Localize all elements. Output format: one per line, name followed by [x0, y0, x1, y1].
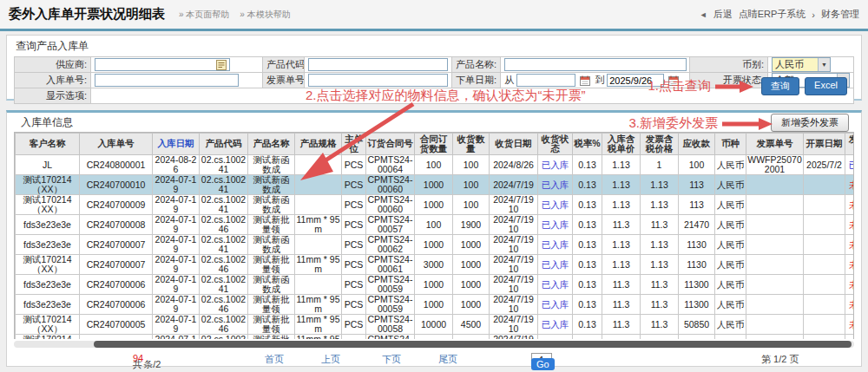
next-page-link[interactable]: 下页 — [382, 353, 401, 366]
column-header-0[interactable]: 客户名称 — [16, 134, 80, 155]
cell: 11.3 — [602, 275, 641, 295]
product-name-input[interactable] — [504, 58, 687, 71]
cell: 1 — [641, 155, 679, 175]
column-header-10[interactable]: 收货日期 — [490, 134, 538, 155]
column-header-18[interactable]: 开票日期 — [804, 134, 845, 155]
go-button[interactable]: Go — [531, 358, 555, 370]
cell: 人民币 — [715, 235, 746, 255]
table-row[interactable]: JLCR2408000012024-08-2602.cs.100241测试新函数… — [16, 155, 855, 175]
cell: CR240700009 — [80, 195, 153, 215]
column-header-14[interactable]: 发票含税价格 — [641, 134, 679, 155]
back-button[interactable]: 后退 — [713, 8, 733, 21]
cell: 已开票 — [845, 155, 855, 175]
chevron-down-icon: ▼ — [818, 58, 830, 71]
column-header-16[interactable]: 币种 — [715, 134, 746, 155]
supplier-label: 供应商: — [15, 57, 91, 73]
prev-page-link[interactable]: 上页 — [321, 353, 340, 366]
results-title: 入库单信息 — [14, 115, 73, 130]
cell: 未开票 — [845, 335, 855, 339]
cell: 人民币 — [715, 335, 746, 339]
column-header-17[interactable]: 发票单号 — [746, 134, 804, 155]
search-button[interactable]: 查询 — [761, 77, 799, 95]
cell: 2024-07-19 — [153, 195, 200, 215]
invoice-no-label: 发票单号: — [263, 73, 305, 88]
table-row[interactable]: 测试170214（XX）CR2407000042024-07-1902.cs.1… — [16, 335, 855, 339]
cell: 人民币 — [715, 195, 746, 215]
cell: 1.13 — [602, 235, 641, 255]
table-row[interactable]: 测试170214（XX）CR2407000072024-07-1902.cs.1… — [16, 255, 855, 275]
help-link-module[interactable]: » 本模块帮助 — [240, 9, 290, 21]
cell: 11mm * 95m — [295, 335, 342, 339]
cell: 2024-07-19 — [153, 235, 200, 255]
cell: CPMTS24-00062 — [366, 235, 415, 255]
help-link-page[interactable]: » 本页面帮助 — [179, 9, 229, 21]
first-page-link[interactable]: 首页 — [265, 353, 284, 366]
column-header-1[interactable]: 入库单号 — [80, 134, 153, 155]
cell: 1000 — [453, 235, 490, 255]
cell: 1000 — [415, 235, 453, 255]
page: 委外入库单开票状况明细表 » 本页面帮助 » 本模块帮助 ◄ 后退 点睛ERP子… — [0, 0, 868, 372]
horizontal-scrollbar-track[interactable] — [14, 341, 854, 348]
cell: 已入库 — [538, 175, 573, 195]
column-header-11[interactable]: 收货状态 — [538, 134, 573, 155]
red-arrow-right-icon — [715, 80, 753, 94]
add-outsource-invoice-button[interactable]: 新增委外发票 — [771, 114, 849, 132]
cell: 11.3 — [641, 215, 679, 235]
cell: 人民币 — [715, 315, 746, 335]
column-header-3[interactable]: 产品代码 — [200, 134, 248, 155]
cell: 2024-07-19 — [153, 215, 200, 235]
product-code-input[interactable] — [308, 58, 448, 71]
invoice-no-input[interactable] — [308, 74, 448, 87]
inbound-no-input[interactable] — [95, 74, 239, 87]
cell — [804, 215, 845, 235]
cell: 11.3 — [641, 275, 679, 295]
currency-select[interactable]: 人民币 ▼ — [772, 57, 831, 72]
cell: 1000 — [453, 275, 490, 295]
cell: 已入库 — [538, 275, 573, 295]
horizontal-scrollbar-thumb[interactable] — [94, 341, 852, 348]
supplier-picker-icon[interactable] — [216, 60, 227, 70]
cell: CR240700006 — [80, 295, 153, 315]
cell: fds3e23e3e — [16, 215, 80, 235]
cell: 未开票 — [845, 295, 855, 315]
cell: 0.13 — [573, 175, 602, 195]
breadcrumb-module[interactable]: 财务管理 — [821, 8, 859, 21]
cell: 0.13 — [573, 295, 602, 315]
column-header-4[interactable]: 产品名称 — [248, 134, 295, 155]
page-title: 委外入库单开票状况明细表 — [9, 6, 165, 23]
order-date-from-input[interactable] — [516, 74, 575, 87]
results-header: 入库单信息 3.新增委外发票 新增委外发票 — [14, 113, 854, 132]
breadcrumb-app[interactable]: 点睛ERP子系统 — [739, 8, 806, 21]
column-header-9[interactable]: 收货数量 — [453, 134, 490, 155]
cell: 2024-07-19 — [153, 175, 200, 195]
excel-button[interactable]: Excel — [805, 77, 847, 95]
table-row[interactable]: fds3e23e3eCR2407000082024-07-1902.cs.100… — [16, 215, 855, 235]
cell: 人民币 — [715, 215, 746, 235]
cell: 0.13 — [573, 155, 602, 175]
cell: JL — [16, 155, 80, 175]
cell: 1.13 — [602, 255, 641, 275]
table-row[interactable]: 测试170214（XX）CR2407000102024-07-1902.cs.1… — [16, 175, 855, 195]
column-header-15[interactable]: 应收款 — [679, 134, 715, 155]
column-header-12[interactable]: 税率% — [573, 134, 602, 155]
cell: CR240700007 — [80, 235, 153, 255]
table-row[interactable]: fds3e23e3eCR2407000062024-07-1902.cs.100… — [16, 275, 855, 295]
cell: 10000 — [415, 315, 453, 335]
calendar-icon[interactable] — [580, 75, 590, 86]
annotation-step1: 1.点击查询 — [648, 78, 753, 95]
table-row[interactable]: 测试170214（XX）CR2407000092024-07-1902.cs.1… — [16, 195, 855, 215]
column-header-13[interactable]: 入库含税单价 — [602, 134, 641, 155]
last-page-link[interactable]: 尾页 — [438, 353, 457, 366]
column-header-19[interactable]: 发票状态 — [845, 134, 855, 155]
supplier-input[interactable] — [95, 58, 230, 71]
cell: PCS — [342, 235, 366, 255]
column-header-2[interactable]: 入库日期 — [153, 134, 200, 155]
table-row[interactable]: fds3e23e3eCR2407000062024-07-1902.cs.100… — [16, 295, 855, 315]
cell: CR240700010 — [80, 175, 153, 195]
annotation-step3: 3.新增委外发票 — [628, 115, 773, 132]
table-row[interactable]: fds3e23e3eCR2407000072024-07-1902.cs.100… — [16, 235, 855, 255]
cell: CPMTS24-00059 — [366, 275, 415, 295]
cell: 2024/8/26 — [490, 155, 538, 175]
currency-label: 币别: — [690, 57, 768, 73]
table-row[interactable]: 测试170214（XX）CR2407000052024-07-1902.cs.1… — [16, 315, 855, 335]
